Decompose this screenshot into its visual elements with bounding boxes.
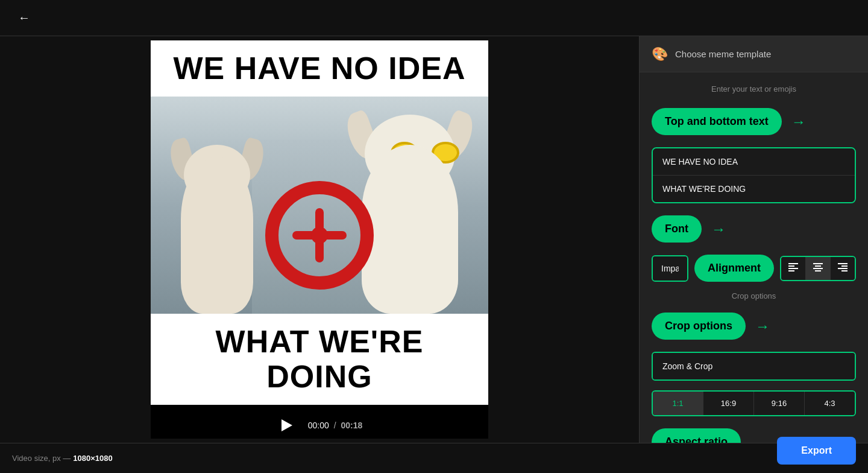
video-size-value: 1080×1080 — [73, 454, 112, 463]
time-separator: / — [334, 421, 339, 430]
dog-left-body — [181, 157, 253, 314]
crop-select-wrapper: Zoom & Crop Fit Stretch No Crop — [652, 352, 856, 381]
export-button[interactable]: Export — [777, 437, 856, 465]
svg-rect-10 — [838, 268, 848, 269]
svg-rect-1 — [788, 265, 794, 267]
align-right-button[interactable] — [831, 257, 855, 280]
top-bottom-text-tooltip: Top and bottom text — [652, 108, 782, 135]
font-select[interactable]: Impact Arial Comic Sans MS Times New Rom… — [653, 256, 687, 281]
dog-scene — [151, 97, 488, 314]
play-icon — [281, 419, 292, 431]
font-tooltip: Font — [652, 215, 702, 243]
export-section: Export — [765, 428, 868, 473]
top-bar: ← — [0, 0, 868, 36]
panel-content: Enter your text or emojis Top and bottom… — [640, 72, 868, 443]
dog-right-body — [362, 145, 458, 314]
svg-rect-6 — [813, 268, 823, 269]
tooltip-arrow-text: → — [791, 113, 806, 130]
time-current: 00:00 — [308, 421, 329, 430]
alignment-buttons — [780, 256, 856, 281]
crop-tooltip: Crop options — [652, 313, 746, 340]
svg-rect-5 — [815, 265, 821, 267]
svg-rect-2 — [788, 268, 798, 269]
text-inputs-group — [652, 147, 856, 203]
svg-rect-0 — [788, 263, 798, 264]
meme-bottom-text: WHAT WE'RE DOING — [151, 314, 488, 404]
back-button[interactable]: ← — [12, 7, 36, 28]
video-container: WE HAVE NO IDEA — [151, 40, 488, 439]
align-center-icon — [813, 263, 823, 271]
template-header: 🎨 Choose meme template — [640, 36, 868, 72]
app-wrapper: ← WE HAVE NO IDEA — [0, 0, 868, 473]
meme-top-text: WE HAVE NO IDEA — [151, 40, 488, 97]
play-button[interactable] — [277, 416, 296, 435]
svg-rect-9 — [841, 265, 848, 267]
align-right-icon — [838, 263, 848, 271]
crop-select[interactable]: Zoom & Crop Fit Stretch No Crop — [653, 353, 855, 379]
font-select-wrapper: Impact Arial Comic Sans MS Times New Rom… — [652, 255, 688, 282]
right-panel: 🎨 Choose meme template Enter your text o… — [639, 36, 868, 443]
time-display: 00:00 / 00:18 — [308, 421, 363, 430]
bottom-bar: Video size, px — 1080×1080 Export — [0, 443, 868, 473]
svg-rect-7 — [815, 270, 821, 271]
template-header-text: Choose meme template — [675, 49, 771, 59]
ratio-4-3-button[interactable]: 4:3 — [805, 392, 855, 415]
video-size-label: Video size, px — — [12, 454, 71, 463]
alignment-tooltip: Alignment — [694, 255, 774, 282]
template-icon: 🎨 — [652, 46, 668, 62]
meme-frame: WE HAVE NO IDEA — [151, 40, 488, 405]
dog-left — [169, 133, 265, 314]
top-text-input[interactable] — [653, 148, 855, 176]
ratio-16-9-button[interactable]: 16:9 — [703, 392, 754, 415]
ratio-9-16-button[interactable]: 9:16 — [754, 392, 805, 415]
aspect-ratio-tooltip: Aspect ratio — [652, 428, 741, 443]
wheel-center — [311, 227, 328, 244]
svg-rect-4 — [813, 263, 823, 264]
content-area: WE HAVE NO IDEA — [0, 36, 868, 443]
text-section-label: Enter your text or emojis — [652, 84, 856, 94]
tooltip-arrow-crop: → — [755, 318, 770, 335]
aspect-ratio-buttons: 1:1 16:9 9:16 4:3 — [652, 390, 856, 416]
crop-tooltip-row: Crop options → — [652, 313, 856, 340]
font-tooltip-row: Font → — [652, 215, 856, 243]
time-total: 00:18 — [341, 421, 362, 430]
video-controls: 00:00 / 00:18 — [151, 412, 488, 439]
crop-section-label: Crop options — [652, 291, 856, 300]
svg-rect-11 — [841, 270, 848, 271]
align-left-icon — [788, 263, 798, 271]
align-center-button[interactable] — [806, 257, 831, 280]
left-panel: WE HAVE NO IDEA — [0, 36, 639, 443]
ratio-1-1-button[interactable]: 1:1 — [653, 392, 703, 415]
top-bottom-text-tooltip-row: Top and bottom text → — [652, 108, 856, 135]
font-row: Impact Arial Comic Sans MS Times New Rom… — [652, 255, 856, 282]
svg-rect-3 — [788, 270, 794, 271]
svg-rect-8 — [838, 263, 848, 264]
steering-wheel — [265, 181, 374, 290]
tooltip-arrow-font: → — [711, 221, 726, 238]
bottom-text-input[interactable] — [653, 176, 855, 202]
wheel-outer — [265, 181, 374, 290]
meme-image-area — [151, 97, 488, 314]
align-left-button[interactable] — [781, 257, 806, 280]
